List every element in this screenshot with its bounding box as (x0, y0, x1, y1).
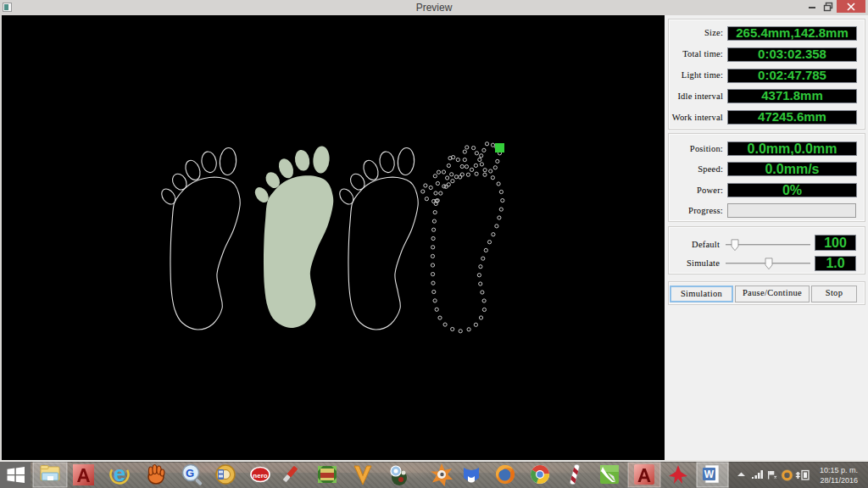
svg-text:e: e (114, 462, 125, 486)
svg-text:nero: nero (253, 472, 267, 480)
svg-text:W: W (704, 469, 715, 480)
svg-text:G: G (186, 467, 194, 480)
